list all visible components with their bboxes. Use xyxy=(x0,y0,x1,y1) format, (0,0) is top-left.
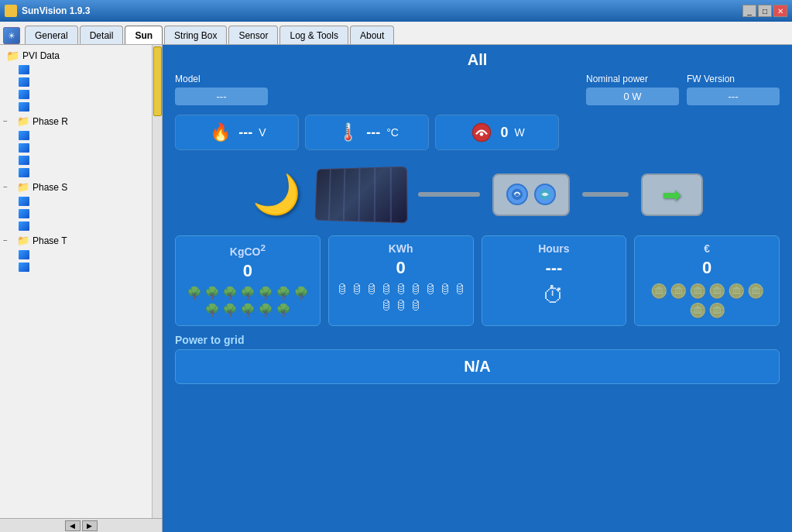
coin-icon: 🪙 xyxy=(650,283,667,300)
leaf-icon xyxy=(19,156,29,165)
euro-icons: 🪙 🪙 🪙 🪙 🪙 🪙 🪙 🪙 xyxy=(641,283,773,319)
barrel-icon: 🛢 xyxy=(410,283,422,297)
scroll-thumb[interactable] xyxy=(153,46,162,116)
tree-root-label: PVI Data xyxy=(22,50,60,61)
connector-line-1 xyxy=(418,192,480,197)
tab-sun[interactable]: Sun xyxy=(125,26,163,44)
inverter-box xyxy=(492,173,570,216)
power-grid-value: N/A xyxy=(175,349,780,384)
tree-icon: 🌳 xyxy=(204,286,220,300)
temp-unit: °C xyxy=(386,126,399,139)
hours-icons: ⏱ xyxy=(489,283,620,308)
connector-line-2 xyxy=(582,192,629,197)
tree-leaf[interactable] xyxy=(15,249,162,261)
tree-icon: 🌳 xyxy=(204,303,220,317)
minimize-button[interactable]: _ xyxy=(742,5,756,17)
tree-leaf[interactable] xyxy=(15,63,162,76)
barrel-icon: 🛢 xyxy=(380,299,393,313)
phase-t-children xyxy=(0,249,162,273)
tab-log-tools[interactable]: Log & Tools xyxy=(279,26,348,44)
tree-leaf[interactable] xyxy=(15,166,162,179)
leaf-icon xyxy=(19,143,29,153)
euro-title: € xyxy=(641,242,773,255)
fire-icon: 🔥 xyxy=(207,120,232,145)
tree-leaf[interactable] xyxy=(15,129,162,142)
scrollbar[interactable] xyxy=(152,45,162,518)
leaf-icon xyxy=(19,77,29,87)
leaf-icon xyxy=(19,65,29,74)
tree-leaf[interactable] xyxy=(15,220,162,232)
tree-icon: 🌳 xyxy=(187,286,202,300)
app-title: SunVision 1.9.3 xyxy=(22,5,90,16)
tree-leaf[interactable] xyxy=(15,208,162,220)
coin-icon: 🪙 xyxy=(689,283,706,300)
app-menu-icon[interactable]: ☀ xyxy=(3,27,20,44)
tree-section-phase-s[interactable]: − 📁 Phase S xyxy=(0,179,162,195)
tab-sensor[interactable]: Sensor xyxy=(228,26,278,44)
tree-icon: 🌳 xyxy=(222,303,238,317)
tree-leaf[interactable] xyxy=(15,195,162,208)
title-bar-controls: _ □ ✕ xyxy=(742,5,787,17)
kwh-value: 0 xyxy=(335,258,467,278)
barrel-icon: 🛢 xyxy=(395,283,407,297)
tree-leaf[interactable] xyxy=(15,101,162,113)
close-button[interactable]: ✕ xyxy=(773,5,787,17)
expand-icon: − xyxy=(3,117,14,125)
tree-leaf[interactable] xyxy=(15,142,162,154)
tree-root-item[interactable]: 📁 PVI Data xyxy=(0,48,162,63)
info-row: Model --- Nominal power 0 W FW Version -… xyxy=(163,74,792,105)
menu-bar: ☀ General Detail Sun String Box Sensor L… xyxy=(0,22,792,45)
output-arrow-box: ➡ xyxy=(641,173,703,216)
tab-general[interactable]: General xyxy=(25,26,78,44)
power-box: 0 W xyxy=(435,115,559,150)
tree-leaf[interactable] xyxy=(15,76,162,88)
coin-icon: 🪙 xyxy=(747,283,764,300)
voltage-value: --- xyxy=(238,125,252,141)
tree-scroll[interactable]: 📁 PVI Data − 📁 Phase R xyxy=(0,45,162,518)
moon-icon: 🌙 xyxy=(252,172,300,217)
barrel-icon: 🛢 xyxy=(424,283,437,297)
tree-icon: 🌳 xyxy=(276,286,291,300)
barrel-icon: 🛢 xyxy=(410,299,422,313)
title-bar: SunVision 1.9.3 _ □ ✕ xyxy=(0,0,792,22)
leaf-icon xyxy=(19,168,29,177)
expand-icon: − xyxy=(3,183,14,191)
nav-right[interactable]: ▶ xyxy=(82,520,98,531)
kwh-icons: 🛢 🛢 🛢 🛢 🛢 🛢 🛢 🛢 🛢 🛢 🛢 🛢 xyxy=(335,283,467,313)
tab-string-box[interactable]: String Box xyxy=(164,26,227,44)
thermometer-icon: 🌡️ xyxy=(335,120,360,145)
phase-r-label: Phase R xyxy=(33,116,68,127)
barrel-icon: 🛢 xyxy=(395,299,407,313)
model-value: --- xyxy=(175,88,268,105)
coin-icon: 🪙 xyxy=(689,302,706,319)
tree-container: 📁 PVI Data − 📁 Phase R xyxy=(0,45,162,518)
left-panel: 📁 PVI Data − 📁 Phase R xyxy=(0,45,163,532)
maximize-button[interactable]: □ xyxy=(758,5,772,17)
nominal-power-label: Nominal power xyxy=(586,74,679,84)
power-grid-section: Power to grid N/A xyxy=(163,334,792,384)
leaf-icon xyxy=(19,102,29,112)
co2-value: 0 xyxy=(182,261,314,281)
expand-icon: − xyxy=(3,236,14,245)
power-unit: W xyxy=(514,126,524,139)
diagram-row: 🌙 ➡ xyxy=(163,161,792,228)
phase-s-label: Phase S xyxy=(33,182,67,193)
nav-left[interactable]: ◀ xyxy=(65,520,81,531)
panel-nav: ◀ ▶ xyxy=(0,518,162,532)
tab-about[interactable]: About xyxy=(350,26,394,44)
tree-section-phase-r[interactable]: − 📁 Phase R xyxy=(0,113,162,129)
voltage-box: 🔥 --- V xyxy=(175,115,299,150)
temp-value: --- xyxy=(366,125,380,141)
hours-value: --- xyxy=(489,258,620,278)
tree-leaf[interactable] xyxy=(15,154,162,166)
stopwatch-icon: ⏱ xyxy=(543,283,564,308)
tab-detail[interactable]: Detail xyxy=(80,26,124,44)
tree-section-phase-t[interactable]: − 📁 Phase T xyxy=(0,232,162,249)
main-layout: 📁 PVI Data − 📁 Phase R xyxy=(0,45,792,532)
leaf-icon xyxy=(19,250,29,259)
tree-leaf[interactable] xyxy=(15,261,162,273)
power-value: 0 xyxy=(500,125,508,141)
tree-icon: 🌳 xyxy=(222,286,238,300)
tree-leaf[interactable] xyxy=(15,88,162,101)
barrel-icon: 🛢 xyxy=(454,283,466,297)
